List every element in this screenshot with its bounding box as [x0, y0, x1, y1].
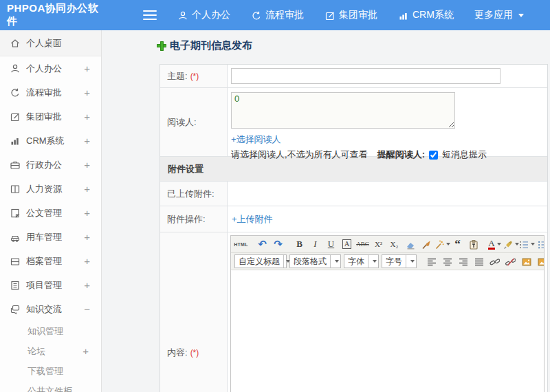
sidebar-item-vehicle-mgmt[interactable]: 用车管理 +	[0, 225, 101, 249]
font-size-select[interactable]: 字号	[382, 254, 417, 268]
nav-crm[interactable]: CRM系统	[398, 9, 454, 21]
nav-group-approval[interactable]: 集团审批	[324, 9, 377, 21]
upload-attachment-link[interactable]: +上传附件	[232, 213, 273, 226]
publish-form: 主题: (*) 阅读人: 0 +选择阅读人 请选择阅	[160, 64, 548, 392]
expand-icon[interactable]: +	[84, 63, 90, 74]
expand-icon[interactable]: +	[84, 279, 90, 291]
align-right-icon	[458, 257, 468, 267]
readers-textarea[interactable]: 0	[231, 92, 455, 129]
sidebar-item-personal-office[interactable]: 个人办公 +	[0, 56, 101, 80]
remind-readers-label: 提醒阅读人:	[377, 149, 425, 161]
caret-down-icon	[373, 260, 377, 263]
expand-icon[interactable]: +	[84, 255, 90, 267]
subscript-button[interactable]: X₂	[387, 237, 402, 252]
expand-icon[interactable]: +	[84, 231, 90, 243]
sidebar-item-knowledge[interactable]: 知识交流 −	[0, 297, 101, 321]
auto-typeset-button[interactable]	[434, 237, 449, 252]
expand-icon[interactable]: +	[84, 135, 90, 146]
align-justify-button[interactable]	[472, 254, 486, 269]
sidebar-subitem-forum[interactable]: 论坛 +	[0, 341, 101, 361]
sms-remind-checkbox[interactable]	[429, 151, 438, 160]
sidebar-item-desktop[interactable]: 个人桌面	[0, 30, 101, 56]
home-icon	[10, 38, 20, 48]
nav-label: 更多应用	[474, 9, 513, 21]
select-readers-link[interactable]: +选择阅读人	[231, 133, 281, 146]
sidebar-item-label: 行政办公	[26, 159, 84, 171]
caret-down-icon	[518, 14, 524, 17]
sidebar-item-label: 个人办公	[26, 63, 84, 75]
nav-label: 个人办公	[192, 9, 230, 21]
heading-select[interactable]: 自定义标题	[234, 254, 287, 268]
italic-button[interactable]: I	[308, 237, 322, 252]
nav-process-approval[interactable]: 流程审批	[251, 9, 304, 21]
readers-label: 阅读人:	[167, 116, 197, 129]
sidebar-item-hr[interactable]: 人力资源 +	[0, 177, 101, 201]
editor-content-area[interactable]	[231, 270, 544, 392]
readers-note-text: 请选择阅读人,不选为所有人可查看	[231, 149, 368, 161]
sidebar-subitem-download-mgmt[interactable]: 下载管理	[0, 361, 101, 381]
caret-down-icon	[410, 260, 415, 263]
nav-label: 流程审批	[265, 9, 304, 21]
paragraph-format-select[interactable]: 段落格式	[289, 254, 341, 268]
bold-button[interactable]: B	[292, 237, 307, 252]
paste-as-text-button[interactable]	[466, 237, 481, 252]
source-code-button[interactable]: HTML	[234, 237, 248, 252]
sidebar-item-admin-office[interactable]: 行政办公 +	[0, 153, 101, 177]
collapse-icon[interactable]: −	[84, 303, 90, 315]
expand-icon[interactable]: +	[82, 345, 89, 357]
sidebar-item-archive-mgmt[interactable]: 档案管理 +	[0, 249, 101, 273]
sidebar-subitem-label: 论坛	[28, 345, 82, 358]
expand-icon[interactable]: +	[84, 111, 90, 122]
redo-button[interactable]: ↷	[271, 237, 285, 252]
remove-format-button[interactable]	[403, 237, 417, 252]
font-family-select[interactable]: 字体	[344, 254, 379, 268]
highlight-color-button[interactable]	[503, 237, 518, 252]
sidebar-item-label: 个人桌面	[26, 37, 90, 50]
sidebar-subitem-knowledge-mgmt[interactable]: 知识管理	[0, 321, 101, 341]
image-icon	[537, 257, 544, 267]
subject-input[interactable]	[231, 68, 500, 84]
sidebar-item-group-approval[interactable]: 集团审批 +	[0, 105, 101, 129]
blockquote-button[interactable]: “	[450, 237, 465, 252]
ordered-list-button[interactable]	[519, 237, 534, 252]
chat-icon	[10, 304, 20, 314]
operation-label: 附件操作:	[167, 213, 206, 226]
nav-personal-office[interactable]: 个人办公	[177, 9, 230, 21]
insert-image-button[interactable]	[519, 254, 534, 269]
font-border-button[interactable]: A	[340, 237, 354, 252]
align-justify-icon	[474, 257, 484, 267]
align-right-button[interactable]	[456, 254, 470, 269]
format-brush-button[interactable]	[419, 237, 433, 252]
font-color-button[interactable]: A	[487, 237, 502, 252]
sidebar-item-crm[interactable]: CRM系统 +	[0, 129, 101, 153]
font-color-glyph: A	[488, 239, 494, 250]
insert-link-button[interactable]	[487, 254, 502, 269]
unordered-list-button[interactable]	[535, 237, 544, 252]
expand-icon[interactable]: +	[84, 87, 90, 98]
superscript-button[interactable]: X²	[371, 237, 386, 252]
underline-button[interactable]: U	[324, 237, 338, 252]
editor-toolbar-row1: HTML ↶ ↷ B I U A ABC X² X₂	[231, 236, 544, 253]
nav-more-apps[interactable]: 更多应用	[474, 9, 524, 21]
attachment-operation-row: 附件操作: +上传附件	[160, 206, 547, 232]
expand-icon[interactable]: +	[84, 159, 90, 171]
sidebar-item-label: 知识交流	[26, 303, 84, 316]
undo-button[interactable]: ↶	[255, 237, 270, 252]
select-value: 字号	[382, 256, 406, 268]
sidebar-item-document-mgmt[interactable]: 公文管理 +	[0, 201, 101, 225]
sidebar-item-label: 流程审批	[26, 87, 84, 99]
insert-media-button[interactable]	[535, 254, 544, 269]
uploaded-label: 已上传附件:	[167, 188, 214, 200]
sidebar-subitem-public-cabinet[interactable]: 公共文件柜	[0, 381, 101, 392]
expand-icon[interactable]: +	[84, 207, 90, 219]
eraser-icon	[405, 239, 415, 250]
remove-link-button[interactable]	[503, 254, 518, 269]
align-center-button[interactable]	[440, 254, 454, 269]
expand-icon[interactable]: +	[84, 183, 90, 195]
sidebar-item-project-mgmt[interactable]: 项目管理 +	[0, 273, 101, 297]
align-left-button[interactable]	[424, 254, 439, 269]
strikethrough-button[interactable]: ABC	[355, 237, 370, 252]
sidebar-item-process-approval[interactable]: 流程审批 +	[0, 80, 101, 105]
required-mark: (*)	[190, 72, 199, 81]
menu-toggle-icon[interactable]	[143, 8, 157, 23]
